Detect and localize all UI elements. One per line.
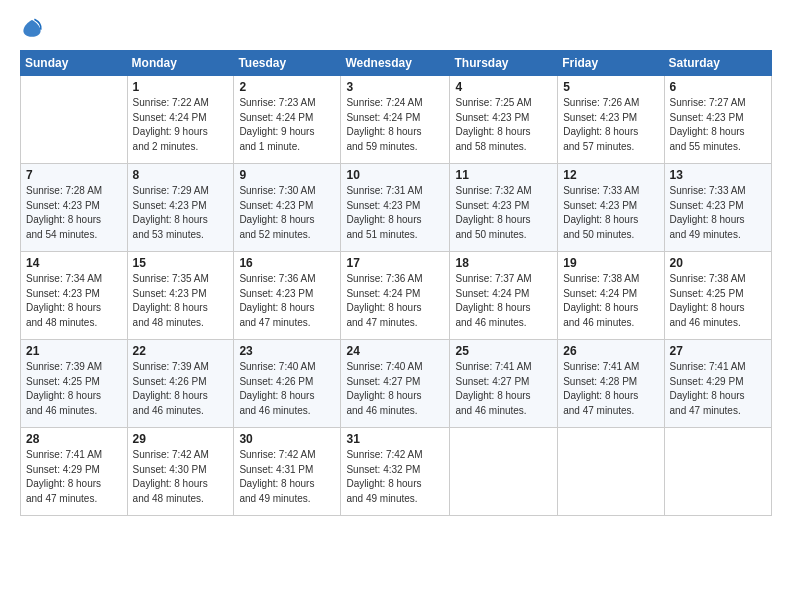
day-number: 26 [563,344,658,358]
day-number: 19 [563,256,658,270]
calendar-cell: 18Sunrise: 7:37 AM Sunset: 4:24 PM Dayli… [450,252,558,340]
calendar-cell: 7Sunrise: 7:28 AM Sunset: 4:23 PM Daylig… [21,164,128,252]
calendar-cell: 26Sunrise: 7:41 AM Sunset: 4:28 PM Dayli… [558,340,664,428]
day-number: 12 [563,168,658,182]
day-number: 23 [239,344,335,358]
day-number: 6 [670,80,766,94]
day-number: 31 [346,432,444,446]
calendar-cell: 15Sunrise: 7:35 AM Sunset: 4:23 PM Dayli… [127,252,234,340]
col-thursday: Thursday [450,51,558,76]
day-number: 18 [455,256,552,270]
day-info: Sunrise: 7:38 AM Sunset: 4:24 PM Dayligh… [563,272,658,330]
day-number: 15 [133,256,229,270]
day-info: Sunrise: 7:35 AM Sunset: 4:23 PM Dayligh… [133,272,229,330]
calendar-cell: 25Sunrise: 7:41 AM Sunset: 4:27 PM Dayli… [450,340,558,428]
day-info: Sunrise: 7:41 AM Sunset: 4:28 PM Dayligh… [563,360,658,418]
col-monday: Monday [127,51,234,76]
day-info: Sunrise: 7:41 AM Sunset: 4:29 PM Dayligh… [26,448,122,506]
day-number: 20 [670,256,766,270]
day-number: 27 [670,344,766,358]
day-number: 25 [455,344,552,358]
day-info: Sunrise: 7:41 AM Sunset: 4:27 PM Dayligh… [455,360,552,418]
day-info: Sunrise: 7:40 AM Sunset: 4:26 PM Dayligh… [239,360,335,418]
col-wednesday: Wednesday [341,51,450,76]
calendar-cell: 3Sunrise: 7:24 AM Sunset: 4:24 PM Daylig… [341,76,450,164]
calendar-cell: 21Sunrise: 7:39 AM Sunset: 4:25 PM Dayli… [21,340,128,428]
calendar-cell: 14Sunrise: 7:34 AM Sunset: 4:23 PM Dayli… [21,252,128,340]
calendar-week-2: 7Sunrise: 7:28 AM Sunset: 4:23 PM Daylig… [21,164,772,252]
calendar-cell: 6Sunrise: 7:27 AM Sunset: 4:23 PM Daylig… [664,76,771,164]
calendar-cell: 28Sunrise: 7:41 AM Sunset: 4:29 PM Dayli… [21,428,128,516]
calendar-cell: 30Sunrise: 7:42 AM Sunset: 4:31 PM Dayli… [234,428,341,516]
day-info: Sunrise: 7:28 AM Sunset: 4:23 PM Dayligh… [26,184,122,242]
day-info: Sunrise: 7:36 AM Sunset: 4:23 PM Dayligh… [239,272,335,330]
logo [20,16,48,40]
calendar-cell: 20Sunrise: 7:38 AM Sunset: 4:25 PM Dayli… [664,252,771,340]
day-number: 21 [26,344,122,358]
calendar-cell: 23Sunrise: 7:40 AM Sunset: 4:26 PM Dayli… [234,340,341,428]
day-number: 24 [346,344,444,358]
calendar-cell: 4Sunrise: 7:25 AM Sunset: 4:23 PM Daylig… [450,76,558,164]
logo-icon [20,16,44,40]
day-info: Sunrise: 7:38 AM Sunset: 4:25 PM Dayligh… [670,272,766,330]
day-info: Sunrise: 7:26 AM Sunset: 4:23 PM Dayligh… [563,96,658,154]
day-info: Sunrise: 7:32 AM Sunset: 4:23 PM Dayligh… [455,184,552,242]
calendar-cell: 5Sunrise: 7:26 AM Sunset: 4:23 PM Daylig… [558,76,664,164]
day-info: Sunrise: 7:39 AM Sunset: 4:25 PM Dayligh… [26,360,122,418]
day-info: Sunrise: 7:29 AM Sunset: 4:23 PM Dayligh… [133,184,229,242]
calendar-cell: 10Sunrise: 7:31 AM Sunset: 4:23 PM Dayli… [341,164,450,252]
calendar-cell [450,428,558,516]
day-info: Sunrise: 7:42 AM Sunset: 4:32 PM Dayligh… [346,448,444,506]
day-info: Sunrise: 7:37 AM Sunset: 4:24 PM Dayligh… [455,272,552,330]
day-info: Sunrise: 7:41 AM Sunset: 4:29 PM Dayligh… [670,360,766,418]
calendar-cell: 24Sunrise: 7:40 AM Sunset: 4:27 PM Dayli… [341,340,450,428]
day-number: 30 [239,432,335,446]
day-info: Sunrise: 7:39 AM Sunset: 4:26 PM Dayligh… [133,360,229,418]
col-friday: Friday [558,51,664,76]
day-number: 5 [563,80,658,94]
day-number: 16 [239,256,335,270]
header [20,16,772,40]
day-info: Sunrise: 7:30 AM Sunset: 4:23 PM Dayligh… [239,184,335,242]
day-number: 4 [455,80,552,94]
day-info: Sunrise: 7:33 AM Sunset: 4:23 PM Dayligh… [670,184,766,242]
day-info: Sunrise: 7:33 AM Sunset: 4:23 PM Dayligh… [563,184,658,242]
day-number: 9 [239,168,335,182]
calendar-cell: 29Sunrise: 7:42 AM Sunset: 4:30 PM Dayli… [127,428,234,516]
calendar-cell [21,76,128,164]
calendar-cell: 19Sunrise: 7:38 AM Sunset: 4:24 PM Dayli… [558,252,664,340]
day-number: 22 [133,344,229,358]
day-info: Sunrise: 7:22 AM Sunset: 4:24 PM Dayligh… [133,96,229,154]
day-number: 13 [670,168,766,182]
calendar-cell: 31Sunrise: 7:42 AM Sunset: 4:32 PM Dayli… [341,428,450,516]
day-info: Sunrise: 7:24 AM Sunset: 4:24 PM Dayligh… [346,96,444,154]
calendar-cell [664,428,771,516]
day-info: Sunrise: 7:42 AM Sunset: 4:30 PM Dayligh… [133,448,229,506]
day-number: 2 [239,80,335,94]
calendar-week-5: 28Sunrise: 7:41 AM Sunset: 4:29 PM Dayli… [21,428,772,516]
day-info: Sunrise: 7:40 AM Sunset: 4:27 PM Dayligh… [346,360,444,418]
calendar-week-1: 1Sunrise: 7:22 AM Sunset: 4:24 PM Daylig… [21,76,772,164]
calendar-header-row: Sunday Monday Tuesday Wednesday Thursday… [21,51,772,76]
day-number: 11 [455,168,552,182]
day-number: 7 [26,168,122,182]
day-number: 29 [133,432,229,446]
col-sunday: Sunday [21,51,128,76]
calendar-week-4: 21Sunrise: 7:39 AM Sunset: 4:25 PM Dayli… [21,340,772,428]
day-info: Sunrise: 7:36 AM Sunset: 4:24 PM Dayligh… [346,272,444,330]
calendar-cell: 13Sunrise: 7:33 AM Sunset: 4:23 PM Dayli… [664,164,771,252]
day-info: Sunrise: 7:23 AM Sunset: 4:24 PM Dayligh… [239,96,335,154]
calendar-cell: 11Sunrise: 7:32 AM Sunset: 4:23 PM Dayli… [450,164,558,252]
calendar-cell: 17Sunrise: 7:36 AM Sunset: 4:24 PM Dayli… [341,252,450,340]
day-number: 28 [26,432,122,446]
calendar-cell: 12Sunrise: 7:33 AM Sunset: 4:23 PM Dayli… [558,164,664,252]
calendar-cell: 9Sunrise: 7:30 AM Sunset: 4:23 PM Daylig… [234,164,341,252]
calendar-cell: 16Sunrise: 7:36 AM Sunset: 4:23 PM Dayli… [234,252,341,340]
day-number: 1 [133,80,229,94]
calendar-cell: 8Sunrise: 7:29 AM Sunset: 4:23 PM Daylig… [127,164,234,252]
day-info: Sunrise: 7:25 AM Sunset: 4:23 PM Dayligh… [455,96,552,154]
day-number: 14 [26,256,122,270]
calendar-cell: 1Sunrise: 7:22 AM Sunset: 4:24 PM Daylig… [127,76,234,164]
calendar-cell: 2Sunrise: 7:23 AM Sunset: 4:24 PM Daylig… [234,76,341,164]
col-tuesday: Tuesday [234,51,341,76]
